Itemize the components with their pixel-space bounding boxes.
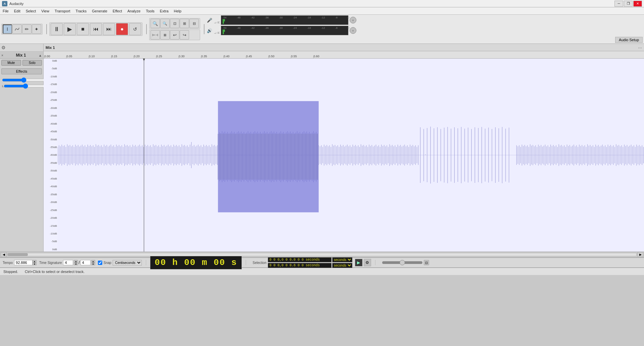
playback-speed-reset[interactable]: ⊡ [424, 260, 429, 265]
titlebar-controls: ─ ❐ ✕ [614, 1, 642, 7]
skip-start-button[interactable]: ⏮ [90, 23, 102, 35]
zoom-fit-button[interactable]: ⊞ [180, 19, 189, 28]
play-button[interactable]: ▶ [64, 23, 76, 35]
input-volume-knob[interactable]: ○ [350, 17, 356, 23]
selection-end-unit[interactable]: seconds samples [332, 263, 352, 268]
status-bar: Stopped. Ctrl+Click to select or deselec… [0, 268, 644, 275]
bottom-toolbar: Tempo ▲ ▼ Time Signature ▲ ▼ / ▲ ▼ [0, 258, 644, 268]
tempo-input[interactable] [14, 260, 33, 265]
separator3 [204, 24, 204, 34]
redo-button[interactable]: ↪ [180, 30, 189, 40]
menu-edit[interactable]: Edit [11, 7, 23, 14]
input-lr-label: LR [214, 17, 220, 23]
svg-text:0.20: 0.20 [134, 55, 140, 58]
minimize-button[interactable]: ─ [614, 1, 623, 7]
menu-select[interactable]: Select [23, 7, 39, 14]
scroll-left-button[interactable]: ◀ [1, 252, 7, 257]
selection-settings-button[interactable]: ⚙ [364, 259, 371, 266]
menu-analyze[interactable]: Analyze [125, 7, 143, 14]
menu-help[interactable]: Help [171, 7, 184, 14]
silence-button[interactable]: ⊠ [160, 30, 170, 40]
timesig-den-up[interactable]: ▲ [91, 260, 95, 263]
selection-label: Selection [253, 261, 267, 265]
audio-setup-button[interactable]: Audio Setup [615, 37, 643, 43]
selection-end-input[interactable]: 0 0 0,0 0 0.6 0 0 seconds [268, 263, 332, 268]
restore-button[interactable]: ❐ [624, 1, 633, 7]
output-volume-knob[interactable]: ○ [350, 27, 356, 34]
track-label-area: Mix 1 ··· [44, 44, 644, 51]
output-icon: 🔊 [207, 28, 212, 33]
svg-text:0.00: 0.00 [44, 55, 50, 58]
ruler-svg: 0.00 0.05 0.10 0.15 0.20 0.25 0.30 0.35 … [44, 51, 644, 59]
play-region-button[interactable]: ▶ [355, 259, 362, 266]
ruler-bar: 0.00 0.05 0.10 0.15 0.20 0.25 0.30 0.35 … [44, 51, 644, 59]
zoom-sel-button[interactable]: ⊡ [170, 19, 179, 28]
input-icon: 🎤 [207, 18, 212, 23]
menu-view[interactable]: View [39, 7, 52, 14]
scroll-right-button[interactable]: ▶ [637, 252, 643, 257]
multitool-button[interactable]: ✦ [32, 24, 41, 34]
menu-extra[interactable]: Extra [157, 7, 171, 14]
track-close-button[interactable]: × [1, 54, 3, 57]
selection-start-unit[interactable]: seconds samples [332, 257, 352, 262]
svg-text:0.50: 0.50 [269, 55, 275, 58]
waveform-svg [58, 59, 644, 252]
track-buttons: Mute Solo [0, 59, 43, 67]
solo-button[interactable]: Solo [22, 60, 42, 66]
timesig-numerator[interactable] [63, 260, 73, 265]
gain-slider[interactable] [2, 78, 45, 82]
draw-tool-button[interactable]: ✏ [22, 24, 32, 34]
timesig-denominator[interactable] [80, 260, 91, 265]
stop-button[interactable]: ■ [77, 23, 89, 35]
waveform-canvas-area[interactable]: 0dB -5dB -10dB -15dB -20dB -25dB -30dB -… [44, 59, 644, 252]
loop-button[interactable]: ↺ [129, 23, 141, 35]
menu-generate[interactable]: Generate [89, 7, 110, 14]
undo-button[interactable]: ↩ [170, 30, 179, 40]
timesig-num-up[interactable]: ▲ [74, 260, 78, 263]
zoom-width-button[interactable]: ⊟ [189, 19, 199, 28]
horizontal-scrollbar[interactable]: ◀ ▶ [0, 252, 644, 258]
track-collapse-button[interactable]: ▲ [39, 54, 42, 57]
mute-button[interactable]: Mute [1, 60, 21, 66]
playback-speed-thumb[interactable] [400, 260, 405, 265]
svg-rect-30 [218, 101, 318, 134]
snap-label: Snap [104, 261, 111, 265]
selection-start-input[interactable]: 0 0 0,0 0 0.0 0 0 seconds [268, 257, 332, 262]
status-text: Stopped. [3, 270, 18, 274]
close-button[interactable]: ✕ [633, 1, 642, 7]
menu-file[interactable]: File [0, 7, 11, 14]
db-labels: 0dB -5dB -10dB -15dB -20dB -25dB -30dB -… [44, 59, 58, 252]
timesig-den-down[interactable]: ▼ [91, 263, 95, 265]
track-settings-icon[interactable]: ⚙ [1, 45, 6, 50]
pause-button[interactable]: ⏸ [51, 23, 63, 35]
tempo-spinner: ▲ ▼ [33, 260, 37, 265]
envelope-tool-button[interactable] [12, 24, 22, 34]
menu-tracks[interactable]: Tracks [73, 7, 90, 14]
effects-button[interactable]: Effects [1, 68, 42, 74]
menu-effect[interactable]: Effect [110, 7, 125, 14]
record-button[interactable]: ● [116, 23, 128, 35]
menu-transport[interactable]: Transport [52, 7, 73, 14]
menubar: File Edit Select View Transport Tracks G… [0, 7, 644, 15]
snap-unit-select[interactable]: Centiseconds Milliseconds Seconds [113, 260, 142, 266]
timesig-divider: / [78, 260, 79, 265]
playback-speed-track[interactable] [382, 261, 422, 264]
menu-tools[interactable]: Tools [143, 7, 157, 14]
track-options-button[interactable]: ··· [638, 45, 642, 50]
snap-checkbox[interactable] [98, 261, 102, 265]
scrollbar-thumb[interactable] [8, 253, 28, 256]
tempo-up-button[interactable]: ▲ [33, 260, 37, 263]
zoom-out-button[interactable]: 🔍 [160, 19, 170, 28]
svg-text:0.35: 0.35 [201, 55, 207, 58]
pan-slider[interactable] [4, 84, 47, 88]
trim-button[interactable]: ⊢⊣ [151, 30, 160, 40]
scrollbar-track[interactable] [7, 253, 637, 256]
tempo-down-button[interactable]: ▼ [33, 263, 37, 265]
zoom-group: 🔍 🔍 ⊡ ⊞ ⊟ [149, 18, 200, 29]
zoom-in-button[interactable]: 🔍 [151, 19, 160, 28]
svg-text:0.60: 0.60 [313, 55, 319, 58]
timesig-num-down[interactable]: ▼ [74, 263, 78, 265]
select-tool-button[interactable]: I [3, 24, 12, 34]
app-icon: A [2, 1, 7, 6]
skip-end-button[interactable]: ⏭ [103, 23, 115, 35]
